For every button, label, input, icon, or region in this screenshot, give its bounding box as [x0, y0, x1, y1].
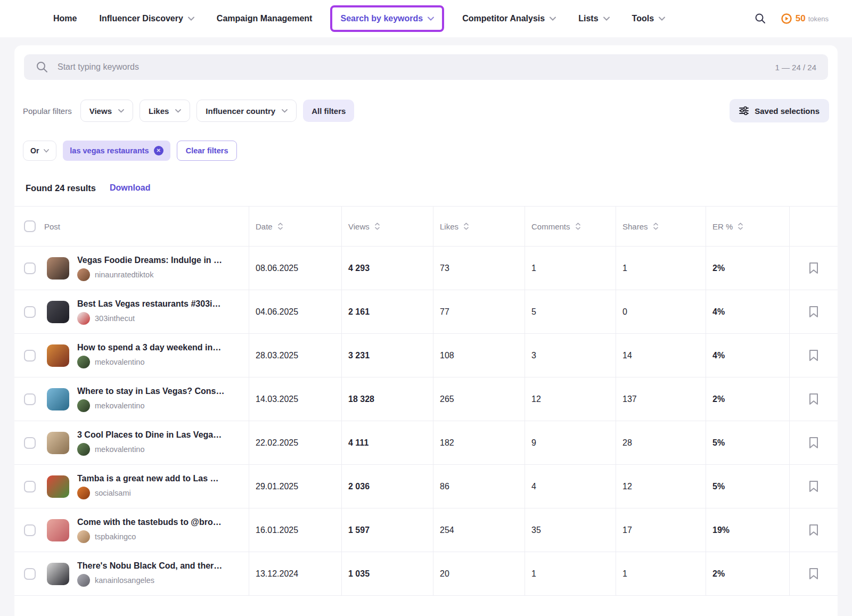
header-label: Shares: [622, 222, 648, 231]
post-username[interactable]: tspbakingco: [95, 532, 136, 541]
nav-item-competitor-analysis[interactable]: Competitor Analysis: [462, 14, 556, 23]
table-header-views[interactable]: Views: [341, 207, 433, 246]
post-er: 2%: [706, 377, 789, 421]
post-title[interactable]: Best Las Vegas restaurants #303i…: [77, 299, 237, 309]
nav-item-tools[interactable]: Tools: [632, 14, 665, 23]
post-thumbnail[interactable]: [47, 301, 69, 323]
post-thumbnail[interactable]: [47, 563, 69, 585]
row-checkbox[interactable]: [24, 262, 36, 274]
nav-item-lists[interactable]: Lists: [578, 14, 609, 23]
table-row: There's Nobu Black Cod, and ther… kanain…: [14, 552, 838, 596]
tokens-balance[interactable]: 50 tokens: [781, 13, 829, 24]
saved-selections-button[interactable]: Saved selections: [730, 99, 829, 122]
post-title[interactable]: Where to stay in Las Vegas? Cons…: [77, 387, 237, 396]
sort-icon[interactable]: [653, 223, 659, 230]
filter-label: Views: [89, 106, 112, 116]
bookmark-icon[interactable]: [809, 480, 818, 492]
nav-item-influencer-discovery[interactable]: Influencer Discovery: [99, 14, 194, 23]
post-title[interactable]: How to spend a 3 day weekend in…: [77, 343, 237, 352]
post-shares: 0: [616, 290, 706, 333]
post-username[interactable]: kanainlosangeles: [95, 576, 154, 585]
table-header-er[interactable]: ER %: [706, 207, 789, 246]
select-all-checkbox[interactable]: [24, 220, 36, 232]
post-user: socialsami: [77, 487, 237, 499]
clear-filters-button[interactable]: Clear filters: [177, 141, 237, 161]
row-checkbox[interactable]: [24, 524, 36, 536]
post-thumbnail[interactable]: [47, 388, 69, 410]
keyword-tag-label: las vegas restaurants: [70, 146, 149, 155]
row-checkbox[interactable]: [24, 350, 36, 362]
avatar: [77, 399, 90, 412]
table-header-comments[interactable]: Comments: [525, 207, 616, 246]
post-thumbnail[interactable]: [47, 257, 69, 280]
filter-label: Likes: [149, 106, 169, 116]
remove-tag-icon[interactable]: ✕: [154, 146, 163, 155]
chevron-down-icon: [550, 17, 556, 21]
bookmark-cell: [789, 552, 838, 595]
row-checkbox[interactable]: [24, 568, 36, 580]
bookmark-icon[interactable]: [809, 262, 818, 274]
table-header-shares[interactable]: Shares: [616, 207, 706, 246]
table-header-date[interactable]: Date: [249, 207, 341, 246]
row-checkbox[interactable]: [24, 437, 36, 449]
avatar: [77, 487, 90, 499]
bookmark-cell: [789, 290, 838, 333]
post-title[interactable]: Come with the tastebuds to @bro…: [77, 518, 237, 527]
row-checkbox[interactable]: [24, 306, 36, 318]
bookmark-icon[interactable]: [809, 568, 818, 580]
post-thumbnail[interactable]: [47, 519, 69, 541]
all-filters-button[interactable]: All filters: [303, 100, 354, 122]
post-thumbnail[interactable]: [47, 475, 69, 498]
avatar: [77, 574, 90, 587]
chevron-down-icon: [44, 149, 49, 153]
post-thumbnail[interactable]: [47, 344, 69, 367]
post-date: 22.02.2025: [249, 421, 341, 464]
search-icon[interactable]: [755, 13, 766, 24]
filter-dropdown-views[interactable]: Views: [80, 100, 133, 122]
post-username[interactable]: 303inthecut: [95, 314, 135, 323]
post-views: 3 231: [341, 334, 433, 377]
table-header-likes[interactable]: Likes: [433, 207, 525, 246]
sort-icon[interactable]: [374, 223, 380, 230]
bookmark-icon[interactable]: [809, 349, 818, 362]
nav-label: Search by keywords: [340, 14, 423, 23]
sort-icon[interactable]: [575, 223, 581, 230]
row-checkbox[interactable]: [24, 481, 36, 492]
bookmark-cell: [789, 508, 838, 552]
bookmark-icon[interactable]: [809, 524, 818, 536]
post-er: 2%: [706, 247, 789, 290]
avatar: [77, 443, 90, 456]
filter-dropdown-influencer-country[interactable]: Influencer country: [196, 100, 297, 122]
filter-dropdown-likes[interactable]: Likes: [140, 100, 190, 122]
nav-item-search-by-keywords[interactable]: Search by keywords: [330, 5, 444, 32]
post-title[interactable]: There's Nobu Black Cod, and ther…: [77, 561, 237, 571]
nav-item-home[interactable]: Home: [53, 14, 77, 23]
bookmark-icon[interactable]: [809, 393, 818, 405]
keyword-tag[interactable]: las vegas restaurants ✕: [63, 141, 170, 161]
post-username[interactable]: mekovalentino: [95, 358, 145, 366]
post-date: 08.06.2025: [249, 247, 341, 290]
sort-icon[interactable]: [277, 223, 283, 230]
post-meta: Where to stay in Las Vegas? Cons… mekova…: [77, 387, 237, 412]
header-label: Likes: [440, 222, 458, 231]
post-title[interactable]: Vegas Foodie Dreams: Indulge in …: [77, 256, 237, 265]
nav-item-campaign-management[interactable]: Campaign Management: [217, 14, 313, 23]
post-title[interactable]: 3 Cool Places to Dine in Las Vega…: [77, 430, 237, 440]
bookmark-icon[interactable]: [809, 437, 818, 449]
download-link[interactable]: Download: [110, 183, 150, 193]
post-shares: 28: [616, 421, 706, 464]
bookmark-cell: [789, 247, 838, 290]
operator-dropdown[interactable]: Or: [23, 141, 56, 161]
nav-label: Influencer Discovery: [99, 14, 183, 23]
keyword-search-input[interactable]: [58, 62, 766, 72]
sort-icon[interactable]: [463, 223, 469, 230]
post-username[interactable]: mekovalentino: [95, 401, 145, 410]
post-title[interactable]: Tamba is a great new add to Las …: [77, 474, 237, 483]
sort-icon[interactable]: [738, 223, 743, 230]
row-checkbox[interactable]: [24, 393, 36, 405]
post-username[interactable]: socialsami: [95, 489, 131, 497]
post-username[interactable]: mekovalentino: [95, 445, 145, 454]
post-username[interactable]: ninaunratedtiktok: [95, 270, 153, 279]
bookmark-icon[interactable]: [809, 306, 818, 318]
post-thumbnail[interactable]: [47, 432, 69, 454]
